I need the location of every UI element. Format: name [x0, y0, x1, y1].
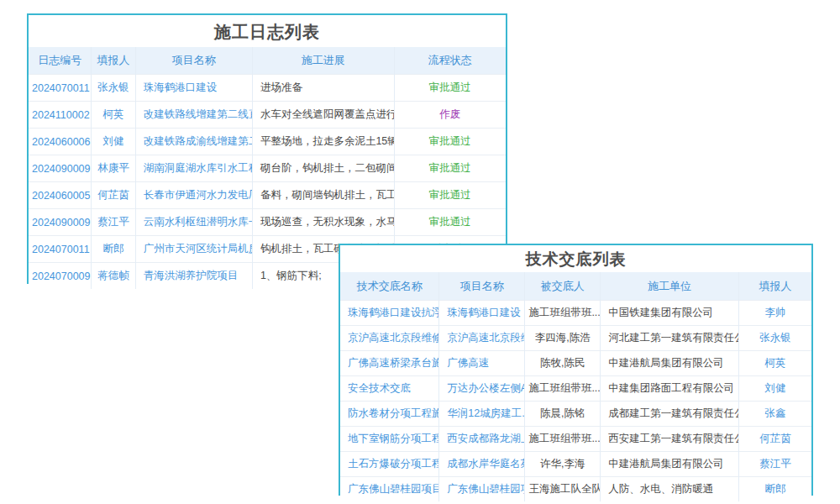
table-row: 2024060006 刘健 改建铁路成渝线增建第二... 平整场地，拉走多余泥土…: [29, 129, 506, 155]
disclosure-col-header-project: 项目名称: [439, 272, 525, 301]
unit-text: 中建港航局集团有限公司: [601, 351, 739, 376]
table-row: 2024090009 林康平 湖南洞庭湖水库引水工程... 砌台阶，钩机排土，二…: [29, 155, 506, 182]
table-row: 防水卷材分项工程施... 华润12城房建工... 陈晨,陈铭 成都建工第一建筑有…: [340, 402, 811, 427]
technical-disclosure-panel: 技术交底列表 技术交底名称 项目名称 被交底人 施工单位 填报人 珠海鹤港口建设…: [339, 244, 813, 496]
disclosure-col-header-unit: 施工单位: [601, 272, 739, 301]
project-link[interactable]: 长春市伊通河水力发电厂...: [135, 182, 252, 209]
log-id-link[interactable]: 2024070011: [29, 236, 92, 263]
disclosure-name-link[interactable]: 广佛高速桥梁承台施...: [340, 351, 439, 376]
log-col-header-id: 日志编号: [29, 47, 92, 75]
reporter-link[interactable]: 断郎: [739, 477, 811, 502]
disclosure-name-link[interactable]: 防水卷材分项工程施...: [340, 402, 439, 427]
project-link[interactable]: 改建铁路线增建第二线直...: [135, 102, 252, 129]
project-link[interactable]: 云南水利枢纽潜明水库一...: [135, 209, 252, 236]
log-id-link[interactable]: 2024070011: [29, 75, 92, 102]
table-row: 广佛高速桥梁承台施... 广佛高速 陈牧,陈民 中建港航局集团有限公司 柯英: [340, 351, 811, 376]
table-row: 2024070011 张永银 珠海鹤港口建设 进场准备 审批通过: [29, 75, 506, 102]
project-link[interactable]: 改建铁路成渝线增建第二...: [135, 129, 252, 155]
reporter-link[interactable]: 蒋德帧: [92, 263, 135, 290]
project-link[interactable]: 京沪高速北京段维修: [439, 326, 525, 351]
progress-text: 备料，砌间墙钩机排土，瓦工...: [252, 182, 394, 209]
status-badge: 审批通过: [394, 182, 506, 209]
unit-text: 河北建工第一建筑有限责任公司: [601, 326, 739, 351]
disclosure-table-header-row: 技术交底名称 项目名称 被交底人 施工单位 填报人: [340, 272, 811, 301]
log-col-header-project: 项目名称: [135, 47, 252, 75]
reporter-link[interactable]: 蔡江平: [92, 209, 135, 236]
reporter-link[interactable]: 何芷茵: [739, 427, 811, 452]
disclosure-name-link[interactable]: 广东佛山碧桂园项目...: [340, 477, 439, 502]
recipient-text: 陈晨,陈铭: [525, 402, 601, 427]
status-badge: 审批通过: [394, 155, 506, 182]
log-id-link[interactable]: 2024090009: [29, 209, 92, 236]
project-link[interactable]: 成都水岸华庭名苑...: [439, 452, 525, 477]
reporter-link[interactable]: 林康平: [92, 155, 135, 182]
table-row: 2024110002 柯英 改建铁路线增建第二线直... 水车对全线遮阳网覆盖点…: [29, 102, 506, 129]
progress-text: 平整场地，拉走多余泥土15辆...: [252, 129, 394, 155]
unit-text: 人防、水电、消防暖通: [601, 477, 739, 502]
project-link[interactable]: 广州市天河区统计局机房...: [135, 236, 252, 263]
recipient-text: 施工班组带班...: [525, 301, 601, 326]
recipient-text: 王海施工队全队: [525, 477, 601, 502]
status-badge: 审批通过: [394, 129, 506, 155]
disclosure-panel-title: 技术交底列表: [340, 245, 811, 272]
unit-text: 中建集团路面工程有限公司: [601, 376, 739, 402]
table-row: 广东佛山碧桂园项目... 广东佛山碧桂园项目 王海施工队全队 人防、水电、消防暖…: [340, 477, 811, 502]
reporter-link[interactable]: 柯英: [739, 351, 811, 376]
disclosure-name-link[interactable]: 地下室钢筋分项工程...: [340, 427, 439, 452]
recipient-text: 李四海,陈浩: [525, 326, 601, 351]
log-col-header-progress: 施工进展: [252, 47, 394, 75]
progress-text: 水车对全线遮阳网覆盖点进行...: [252, 102, 394, 129]
unit-text: 中建港航局集团有限公司: [601, 452, 739, 477]
log-id-link[interactable]: 2024070009: [29, 263, 92, 290]
unit-text: 西安建工第一建筑有限责任公司: [601, 427, 739, 452]
unit-text: 成都建工第一建筑有限责任公司: [601, 402, 739, 427]
reporter-link[interactable]: 蔡江平: [739, 452, 811, 477]
project-link[interactable]: 青海洪湖养护院项目: [135, 263, 252, 290]
project-link[interactable]: 华润12城房建工...: [439, 402, 525, 427]
unit-text: 中国铁建集团有限公司: [601, 301, 739, 326]
table-row: 珠海鹤港口建设抗浮... 珠海鹤港口建设 施工班组带班... 中国铁建集团有限公…: [340, 301, 811, 326]
technical-disclosure-table: 技术交底名称 项目名称 被交底人 施工单位 填报人 珠海鹤港口建设抗浮... 珠…: [340, 272, 811, 501]
table-row: 安全技术交底 万达办公楼左侧A... 施工班组带班... 中建集团路面工程有限公…: [340, 376, 811, 402]
reporter-link[interactable]: 张永银: [739, 326, 811, 351]
table-row: 土石方爆破分项工程... 成都水岸华庭名苑... 许华,李海 中建港航局集团有限…: [340, 452, 811, 477]
project-link[interactable]: 珠海鹤港口建设: [439, 301, 525, 326]
reporter-link[interactable]: 李帅: [739, 301, 811, 326]
table-row: 京沪高速北京段维修... 京沪高速北京段维修 李四海,陈浩 河北建工第一建筑有限…: [340, 326, 811, 351]
project-link[interactable]: 广东佛山碧桂园项目: [439, 477, 525, 502]
log-id-link[interactable]: 2024110002: [29, 102, 92, 129]
reporter-link[interactable]: 柯英: [92, 102, 135, 129]
recipient-text: 陈牧,陈民: [525, 351, 601, 376]
status-badge: 审批通过: [394, 75, 506, 102]
log-col-header-status: 流程状态: [394, 47, 506, 75]
reporter-link[interactable]: 断郎: [92, 236, 135, 263]
reporter-link[interactable]: 刘健: [92, 129, 135, 155]
status-badge: 作废: [394, 102, 506, 129]
log-id-link[interactable]: 2024060006: [29, 129, 92, 155]
log-id-link[interactable]: 2024090009: [29, 155, 92, 182]
project-link[interactable]: 万达办公楼左侧A...: [439, 376, 525, 402]
project-link[interactable]: 广佛高速: [439, 351, 525, 376]
reporter-link[interactable]: 何芷茵: [92, 182, 135, 209]
reporter-link[interactable]: 张鑫: [739, 402, 811, 427]
reporter-link[interactable]: 刘健: [739, 376, 811, 402]
disclosure-name-link[interactable]: 土石方爆破分项工程...: [340, 452, 439, 477]
disclosure-name-link[interactable]: 安全技术交底: [340, 376, 439, 402]
recipient-text: 施工班组带班...: [525, 427, 601, 452]
disclosure-name-link[interactable]: 京沪高速北京段维修...: [340, 326, 439, 351]
project-link[interactable]: 西安成都路龙湖上...: [439, 427, 525, 452]
log-panel-title: 施工日志列表: [29, 15, 506, 47]
log-id-link[interactable]: 2024060005: [29, 182, 92, 209]
table-row: 2024090009 蔡江平 云南水利枢纽潜明水库一... 现场巡查，无积水现象…: [29, 209, 506, 236]
progress-text: 现场巡查，无积水现象，水马...: [252, 209, 394, 236]
reporter-link[interactable]: 张永银: [92, 75, 135, 102]
table-row: 地下室钢筋分项工程... 西安成都路龙湖上... 施工班组带班... 西安建工第…: [340, 427, 811, 452]
recipient-text: 施工班组带班...: [525, 376, 601, 402]
progress-text: 砌台阶，钩机排土，二包砌间...: [252, 155, 394, 182]
project-link[interactable]: 珠海鹤港口建设: [135, 75, 252, 102]
disclosure-col-header-reporter: 填报人: [739, 272, 811, 301]
log-col-header-reporter: 填报人: [92, 47, 135, 75]
table-row: 2024060005 何芷茵 长春市伊通河水力发电厂... 备料，砌间墙钩机排土…: [29, 182, 506, 209]
disclosure-name-link[interactable]: 珠海鹤港口建设抗浮...: [340, 301, 439, 326]
project-link[interactable]: 湖南洞庭湖水库引水工程...: [135, 155, 252, 182]
